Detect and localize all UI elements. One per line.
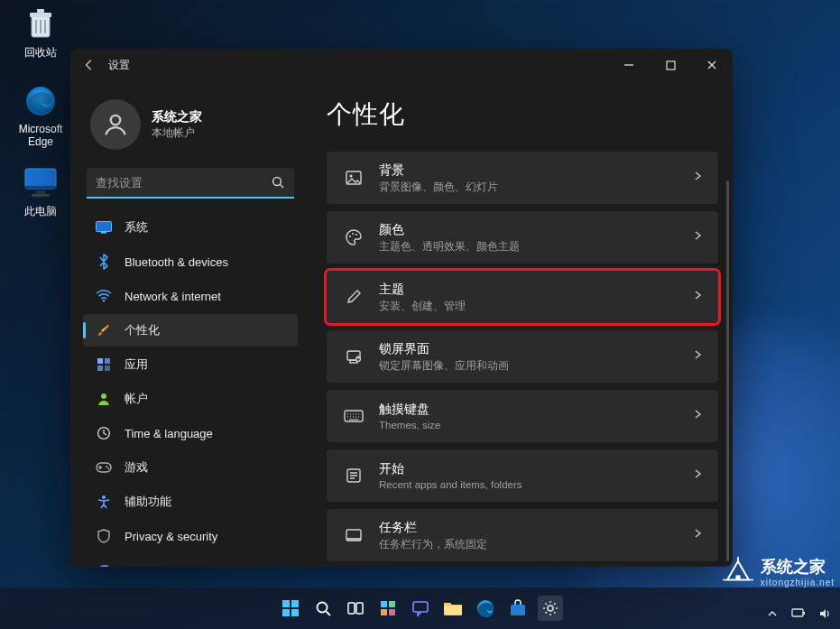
nav-label: 个性化 [125, 322, 160, 338]
taskbar-chat[interactable] [408, 596, 433, 621]
taskbar-settings[interactable] [538, 596, 563, 621]
svg-rect-37 [735, 575, 740, 579]
chevron-right-icon [691, 229, 704, 245]
taskbar-edge[interactable] [473, 596, 498, 621]
card-title: 颜色 [379, 222, 691, 238]
chevron-right-icon [691, 467, 704, 484]
settings-card-touch-keyboard[interactable]: 触摸键盘Themes, size [327, 390, 718, 442]
svg-rect-36 [346, 538, 361, 541]
svg-rect-50 [444, 606, 462, 615]
taskbar-explorer[interactable] [440, 596, 466, 621]
bluetooth-icon [96, 254, 112, 270]
desktop-icon-label: 此电脑 [7, 204, 74, 219]
close-button[interactable] [691, 49, 733, 81]
taskbar-search[interactable] [310, 596, 336, 621]
taskbar-tray[interactable] [766, 607, 831, 620]
edge-icon [23, 83, 59, 119]
settings-card-background[interactable]: 背景背景图像、颜色、幻灯片 [327, 152, 718, 204]
nav-gaming[interactable]: 游戏 [83, 451, 298, 484]
nav-accounts[interactable]: 帐户 [83, 383, 298, 415]
update-icon [96, 562, 112, 567]
card-title: 开始 [379, 461, 691, 477]
card-subtitle: 安装、创建、管理 [379, 300, 691, 313]
svg-rect-44 [356, 603, 363, 614]
svg-rect-2 [37, 9, 44, 13]
accessibility-icon [96, 494, 112, 510]
titlebar: 设置 [70, 49, 733, 81]
nav-personalization[interactable]: 个性化 [83, 314, 298, 347]
svg-rect-15 [105, 358, 110, 364]
nav-bluetooth[interactable]: Bluetooth & devices [83, 245, 298, 278]
desktop-icon-this-pc[interactable]: 此电脑 [7, 164, 74, 219]
svg-rect-1 [30, 13, 51, 17]
chevron-up-icon [766, 607, 779, 620]
watermark: 系统之家 xitongzhijia.net [723, 556, 835, 587]
nav-accessibility[interactable]: 辅助功能 [83, 486, 298, 518]
settings-card-taskbar[interactable]: 任务栏任务栏行为，系统固定 [327, 509, 718, 561]
svg-point-13 [103, 300, 106, 302]
taskbar-start[interactable] [278, 596, 303, 621]
settings-card-themes[interactable]: 主题安装、创建、管理 [327, 271, 718, 323]
network-tray-icon [791, 607, 806, 620]
settings-card-start[interactable]: 开始Recent apps and items, folders [327, 449, 718, 502]
maximize-button[interactable] [650, 49, 691, 81]
taskbar-widgets[interactable] [375, 596, 401, 621]
sidebar: 系统之家 本地帐户 系统 Bluetooth & devices [70, 81, 305, 567]
nav-privacy[interactable]: Privacy & security [83, 520, 298, 552]
svg-point-42 [317, 603, 327, 613]
clock-globe-icon [96, 425, 112, 441]
nav-label: 辅助功能 [125, 494, 171, 510]
svg-rect-54 [792, 609, 803, 616]
svg-rect-39 [291, 600, 299, 607]
svg-rect-47 [381, 609, 387, 615]
account-block[interactable]: 系统之家 本地帐户 [83, 90, 298, 164]
nav-label: Bluetooth & devices [125, 255, 228, 269]
nav-system[interactable]: 系统 [83, 211, 298, 244]
card-subtitle: Recent apps and items, folders [379, 479, 691, 490]
page-heading: 个性化 [327, 97, 733, 132]
chevron-right-icon [691, 289, 704, 305]
svg-rect-4 [25, 169, 56, 189]
paintbrush-icon [96, 322, 112, 338]
search-input[interactable] [87, 168, 294, 199]
card-subtitle: 背景图像、颜色、幻灯片 [379, 180, 691, 194]
maximize-icon [666, 60, 676, 70]
svg-rect-40 [282, 609, 290, 616]
watermark-brand: 系统之家 [761, 556, 835, 578]
back-button[interactable] [70, 59, 108, 71]
start-icon [341, 467, 366, 484]
nav-apps[interactable]: 应用 [83, 348, 298, 381]
taskbar-taskview[interactable] [343, 596, 368, 621]
svg-rect-43 [348, 603, 355, 614]
card-title: 主题 [379, 282, 691, 298]
svg-rect-46 [389, 601, 395, 607]
taskview-icon [346, 599, 365, 617]
svg-point-22 [107, 467, 109, 469]
desktop-icon-edge[interactable]: Microsoft Edge [7, 83, 74, 148]
card-subtitle: Themes, size [379, 420, 691, 430]
chevron-right-icon [691, 408, 704, 424]
svg-point-21 [106, 466, 107, 467]
chevron-right-icon [691, 527, 704, 543]
taskbar-store[interactable] [505, 596, 531, 621]
desktop-icon-recycle-bin[interactable]: 回收站 [7, 5, 74, 60]
nav-network[interactable]: Network & internet [83, 280, 298, 312]
card-subtitle: 主题色、透明效果、颜色主题 [379, 240, 691, 254]
nav-time-language[interactable]: Time & language [83, 417, 298, 449]
minimize-button[interactable] [608, 49, 650, 81]
settings-card-colors[interactable]: 颜色主题色、透明效果、颜色主题 [327, 211, 718, 264]
scrollbar[interactable] [726, 180, 729, 561]
svg-point-18 [101, 393, 106, 399]
minimize-icon [623, 60, 634, 70]
svg-point-31 [356, 357, 361, 362]
edge-icon [475, 598, 495, 618]
window-title: 设置 [108, 58, 130, 73]
nav-windows-update[interactable]: Windows Update [83, 554, 298, 567]
svg-rect-41 [291, 609, 299, 616]
settings-card-lock-screen[interactable]: 锁屏界面锁定屏幕图像、应用和动画 [327, 330, 718, 383]
widgets-icon [379, 599, 397, 617]
svg-point-23 [102, 495, 106, 499]
card-title: 锁屏界面 [379, 341, 691, 357]
svg-point-28 [355, 234, 357, 236]
palette-icon [341, 228, 366, 246]
